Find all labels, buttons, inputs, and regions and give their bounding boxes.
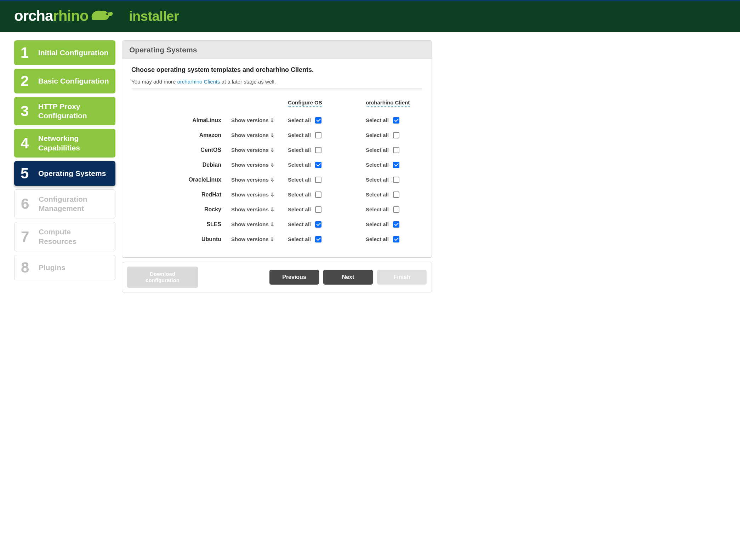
show-versions-toggle[interactable]: Show versions ⇓ xyxy=(231,206,288,213)
os-name: Debian xyxy=(131,162,231,168)
os-name: Rocky xyxy=(131,206,231,213)
configure-os-cell: Select all xyxy=(288,177,366,183)
step-5[interactable]: 5Operating Systems xyxy=(14,161,115,186)
step-3[interactable]: 3HTTP Proxy Configuration xyxy=(14,97,115,126)
os-row: CentOSShow versions ⇓Select allSelect al… xyxy=(131,143,422,158)
header: orcharhino installer xyxy=(0,1,740,32)
show-versions-toggle[interactable]: Show versions ⇓ xyxy=(231,132,288,138)
configure-os-cell: Select all xyxy=(288,162,366,168)
container: 1Initial Configuration2Basic Configurati… xyxy=(0,32,446,301)
select-all-label: Select all xyxy=(366,162,389,168)
configure-os-cell: Select all xyxy=(288,192,366,198)
select-all-label: Select all xyxy=(366,132,389,138)
subtext-after: at a later stage as well. xyxy=(220,79,276,85)
select-all-label: Select all xyxy=(288,236,311,242)
step-label: Networking Capabilities xyxy=(38,134,109,153)
orcharhino-client-checkbox[interactable] xyxy=(393,147,399,153)
orcharhino-client-checkbox[interactable] xyxy=(393,206,399,213)
orcharhino-client-checkbox[interactable] xyxy=(393,221,399,228)
panel-body: Choose operating system templates and or… xyxy=(122,59,432,257)
configure-os-checkbox[interactable] xyxy=(315,192,321,198)
logo-wrap: orcharhino installer xyxy=(14,7,179,25)
orcharhino-client-cell: Select all xyxy=(366,132,422,138)
rhino-icon xyxy=(91,8,115,25)
orcharhino-client-checkbox[interactable] xyxy=(393,162,399,168)
configure-os-checkbox[interactable] xyxy=(315,147,321,153)
orcharhino-client-checkbox[interactable] xyxy=(393,236,399,242)
os-row: OracleLinuxShow versions ⇓Select allSele… xyxy=(131,172,422,187)
sidebar: 1Initial Configuration2Basic Configurati… xyxy=(14,40,115,292)
os-name: RedHat xyxy=(131,192,231,198)
orcharhino-client-cell: Select all xyxy=(366,117,422,124)
step-number: 8 xyxy=(21,260,34,275)
next-button[interactable]: Next xyxy=(323,270,373,285)
step-label: Plugins xyxy=(39,263,66,272)
orcharhino-client-checkbox[interactable] xyxy=(393,132,399,138)
show-versions-toggle[interactable]: Show versions ⇓ xyxy=(231,221,288,228)
select-all-label: Select all xyxy=(288,177,311,183)
configure-os-checkbox[interactable] xyxy=(315,117,321,124)
select-all-label: Select all xyxy=(366,236,389,242)
orcharhino-client-cell: Select all xyxy=(366,221,422,228)
step-number: 1 xyxy=(21,45,33,60)
step-1[interactable]: 1Initial Configuration xyxy=(14,40,115,65)
show-versions-toggle[interactable]: Show versions ⇓ xyxy=(231,177,288,183)
logo-part1: orcha xyxy=(14,7,53,24)
configure-os-cell: Select all xyxy=(288,132,366,138)
orcharhino-client-cell: Select all xyxy=(366,192,422,198)
configure-os-checkbox[interactable] xyxy=(315,206,321,213)
show-versions-toggle[interactable]: Show versions ⇓ xyxy=(231,162,288,168)
os-row: AlmaLinuxShow versions ⇓Select allSelect… xyxy=(131,113,422,128)
configure-os-cell: Select all xyxy=(288,117,366,124)
orcharhino-clients-link[interactable]: orcharhino Clients xyxy=(177,79,220,85)
step-label: HTTP Proxy Configuration xyxy=(38,102,109,121)
step-label: Configuration Management xyxy=(39,195,109,213)
step-number: 2 xyxy=(21,74,33,88)
step-number: 7 xyxy=(21,229,34,244)
configure-os-checkbox[interactable] xyxy=(315,177,321,183)
select-all-label: Select all xyxy=(366,117,389,123)
finish-button: Finish xyxy=(377,270,427,285)
configure-os-checkbox[interactable] xyxy=(315,236,321,242)
os-row: AmazonShow versions ⇓Select allSelect al… xyxy=(131,128,422,143)
configure-os-checkbox[interactable] xyxy=(315,132,321,138)
step-number: 6 xyxy=(21,196,34,211)
logo-part2: rhino xyxy=(53,7,88,24)
step-6: 6Configuration Management xyxy=(14,189,115,219)
orcharhino-client-checkbox[interactable] xyxy=(393,192,399,198)
os-row: RedHatShow versions ⇓Select allSelect al… xyxy=(131,187,422,202)
step-label: Operating Systems xyxy=(38,169,106,178)
divider xyxy=(131,88,422,90)
main-panel: Operating Systems Choose operating syste… xyxy=(122,40,432,258)
installer-label: installer xyxy=(129,9,179,24)
orcharhino-client-checkbox[interactable] xyxy=(393,117,399,124)
configure-os-checkbox[interactable] xyxy=(315,162,321,168)
select-all-label: Select all xyxy=(288,132,311,138)
select-all-label: Select all xyxy=(366,192,389,198)
configure-os-cell: Select all xyxy=(288,147,366,153)
previous-button[interactable]: Previous xyxy=(269,270,319,285)
orcharhino-client-checkbox[interactable] xyxy=(393,177,399,183)
configure-os-checkbox[interactable] xyxy=(315,221,321,228)
show-versions-toggle[interactable]: Show versions ⇓ xyxy=(231,117,288,124)
os-row: UbuntuShow versions ⇓Select allSelect al… xyxy=(131,232,422,247)
configure-os-cell: Select all xyxy=(288,236,366,242)
os-table: Configure OS orcharhino Client AlmaLinux… xyxy=(131,97,422,247)
step-4[interactable]: 4Networking Capabilities xyxy=(14,129,115,158)
select-all-label: Select all xyxy=(288,147,311,153)
show-versions-toggle[interactable]: Show versions ⇓ xyxy=(231,147,288,153)
select-all-label: Select all xyxy=(288,117,311,123)
show-versions-toggle[interactable]: Show versions ⇓ xyxy=(231,236,288,242)
step-number: 4 xyxy=(21,136,33,151)
select-all-label: Select all xyxy=(366,221,389,227)
col-orcharhino-client[interactable]: orcharhino Client xyxy=(366,99,410,107)
col-configure-os[interactable]: Configure OS xyxy=(288,99,322,107)
subtext: You may add more orcharhino Clients at a… xyxy=(131,79,422,85)
select-all-label: Select all xyxy=(288,221,311,227)
download-line1: Download xyxy=(134,271,191,277)
step-2[interactable]: 2Basic Configuration xyxy=(14,69,115,93)
show-versions-toggle[interactable]: Show versions ⇓ xyxy=(231,192,288,198)
os-header-row: Configure OS orcharhino Client xyxy=(131,97,422,109)
orcharhino-client-cell: Select all xyxy=(366,162,422,168)
step-label: Initial Configuration xyxy=(38,48,108,57)
